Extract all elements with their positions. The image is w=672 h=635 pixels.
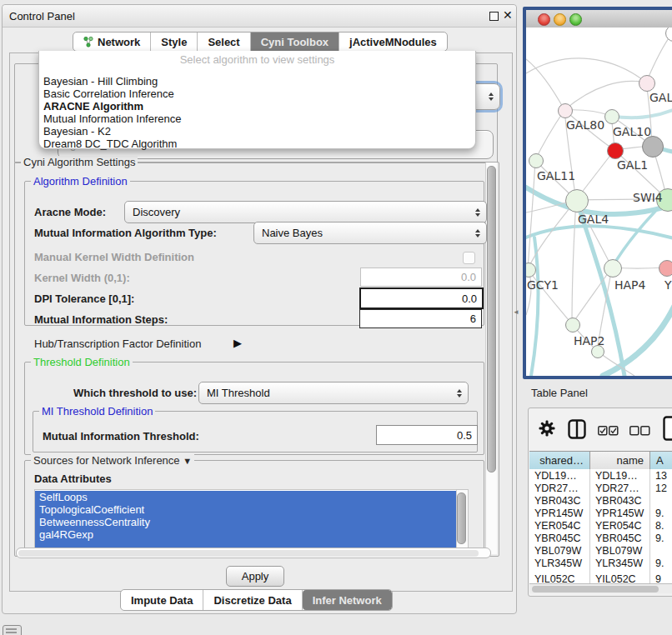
attribute-item-selected[interactable]: TopologicalCoefficient xyxy=(35,503,460,516)
cell-value: 9 xyxy=(650,573,661,583)
tab-impute-data[interactable]: Impute Data xyxy=(121,590,203,610)
cell-shared-name: YDR27… xyxy=(529,482,579,494)
expand-right-icon[interactable]: ▶ xyxy=(233,337,242,349)
table-hscrollbar-thumb[interactable] xyxy=(532,586,659,592)
tab-cyni-toolbox[interactable]: Cyni Toolbox xyxy=(251,32,339,51)
node-label: HAP2 xyxy=(574,334,604,348)
minimize-traffic-light[interactable] xyxy=(554,13,566,26)
new-table-document-icon[interactable] xyxy=(663,416,672,444)
tab-jactivemnodules[interactable]: jActiveMNodules xyxy=(339,32,447,51)
node-label: GAL xyxy=(649,91,672,104)
dropdown-item[interactable]: Mutual Information Inference xyxy=(43,112,181,125)
node-label: GAL11 xyxy=(537,169,575,182)
collapsed-panel-icon[interactable] xyxy=(3,625,22,635)
zoom-traffic-light[interactable] xyxy=(569,13,582,26)
mi-steps-input[interactable]: 6 xyxy=(359,309,482,328)
cell-shared-name: YIL052C xyxy=(529,573,575,583)
node-gal80[interactable] xyxy=(558,103,573,118)
cell-name: YPR145W xyxy=(590,508,644,519)
splitter-collapse-arrow[interactable]: ◄ xyxy=(513,308,519,316)
show-columns-icon[interactable] xyxy=(568,419,586,442)
node-gal10[interactable] xyxy=(604,109,619,124)
mi-threshold-input[interactable]: 0.5 xyxy=(376,425,478,445)
tab-style[interactable]: Style xyxy=(151,32,198,51)
node-gal11[interactable] xyxy=(529,153,544,168)
network-icon xyxy=(83,36,93,48)
dropdown-item[interactable]: Bayesian - Hill Climbing xyxy=(43,75,158,88)
node-gal1[interactable] xyxy=(607,142,624,159)
table-settings-gear-icon[interactable] xyxy=(539,420,555,440)
attributes-scrollbar-thumb[interactable] xyxy=(457,492,466,544)
screen: Control Panel ✕ Network Style xyxy=(0,0,672,635)
node-hap4[interactable] xyxy=(604,259,622,278)
deselect-all-checkboxes-icon[interactable] xyxy=(629,424,650,439)
node-label: Y xyxy=(664,278,672,292)
cell-shared-name: YDL19… xyxy=(529,470,577,482)
sources-title: Sources for Network Inference ▼ xyxy=(31,454,194,467)
aracne-mode-combo[interactable]: Discovery xyxy=(124,201,487,223)
combo-arrows-icon xyxy=(475,208,480,217)
attribute-item-selected[interactable]: BetweennessCentrality xyxy=(35,516,460,528)
mi-type-value: Naive Bayes xyxy=(262,227,323,239)
column-header-name[interactable]: name xyxy=(590,452,650,469)
attribute-item-selected[interactable]: SelfLoops xyxy=(35,491,460,503)
tab-select[interactable]: Select xyxy=(198,32,250,51)
settings-hscrollbar[interactable] xyxy=(16,548,491,558)
mi-threshold-value: 0.5 xyxy=(457,429,472,442)
network-canvas[interactable]: GAL GAL80 GAL10 GAL1 GAL11 GAL4 SWI4 GCY… xyxy=(526,28,672,376)
tab-style-label: Style xyxy=(161,36,187,48)
data-attributes-list[interactable]: SelfLoops TopologicalCoefficient Between… xyxy=(34,489,469,549)
table-hscrollbar[interactable] xyxy=(529,583,672,593)
combo-arrows-icon xyxy=(489,92,494,101)
table-header-row: shared… name A xyxy=(529,451,672,470)
threshold-definition-title: Threshold Definition xyxy=(31,356,133,368)
collapse-down-icon[interactable]: ▼ xyxy=(183,456,192,466)
dpi-tolerance-input[interactable]: 0.0 xyxy=(359,288,484,309)
close-traffic-light[interactable] xyxy=(538,13,550,26)
which-threshold-combo[interactable]: MI Threshold xyxy=(198,382,469,404)
tab-discretize-data[interactable]: Discretize Data xyxy=(203,590,302,610)
mi-type-combo[interactable]: Naive Bayes xyxy=(253,222,487,244)
cell-value: 9. xyxy=(650,508,664,519)
dropdown-item[interactable]: Bayesian - K2 xyxy=(43,125,111,138)
dropdown-item[interactable]: Basic Correlation Inference xyxy=(43,88,174,100)
hub-definition-label[interactable]: Hub/Transcription Factor Definition xyxy=(34,338,201,350)
node-hap2[interactable] xyxy=(565,318,580,332)
cell-name: YER054C xyxy=(590,520,642,532)
manual-kernel-label: Manual Kernel Width Definition xyxy=(34,251,194,263)
node-gray[interactable] xyxy=(642,136,664,158)
close-icon[interactable]: ✕ xyxy=(503,8,513,22)
cell-value: 9. xyxy=(650,532,664,544)
column-header-partial[interactable]: A xyxy=(650,452,672,469)
dropdown-item[interactable]: Dream8 DC_TDC Algorithm xyxy=(43,138,177,150)
attribute-item-selected[interactable]: gal4RGexp xyxy=(35,528,460,541)
node-gal-partial[interactable] xyxy=(639,75,655,92)
node-label: SWI4 xyxy=(633,191,663,204)
tab-infer-network[interactable]: Infer Network xyxy=(303,590,392,610)
cell-shared-name: YPR145W xyxy=(529,508,583,519)
kernel-width-input[interactable]: 0.0 xyxy=(360,268,482,287)
settings-hscrollbar-thumb[interactable] xyxy=(18,550,479,557)
dropdown-item-selected[interactable]: ARACNE Algorithm xyxy=(43,100,143,112)
settings-scrollbar-thumb[interactable] xyxy=(487,166,496,472)
manual-kernel-checkbox[interactable] xyxy=(463,252,475,264)
control-panel-window: Control Panel ✕ Network Style xyxy=(2,4,517,614)
tab-network[interactable]: Network xyxy=(73,32,151,51)
apply-button[interactable]: Apply xyxy=(226,566,284,587)
cell-value: 9. xyxy=(650,558,664,569)
column-header-label: A xyxy=(656,454,664,467)
column-header-shared-name[interactable]: shared… xyxy=(529,452,590,469)
network-view-window: GAL GAL80 GAL10 GAL1 GAL11 GAL4 SWI4 GCY… xyxy=(523,7,672,379)
node-label: GAL80 xyxy=(566,118,604,132)
mi-steps-label: Mutual Information Steps: xyxy=(34,313,168,326)
cell-name: YBR043C xyxy=(590,495,642,507)
algorithm-definition-title: Algorithm Definition xyxy=(31,175,130,188)
select-all-checkboxes-icon[interactable] xyxy=(598,424,619,439)
node-gal4[interactable] xyxy=(565,189,589,212)
dpi-tolerance-label: DPI Tolerance [0,1]: xyxy=(34,292,134,305)
tab-cyni-toolbox-label: Cyni Toolbox xyxy=(261,36,328,48)
node-salmon[interactable] xyxy=(659,260,672,277)
cell-name: YBR045C xyxy=(590,532,642,544)
node-label: GAL1 xyxy=(617,158,648,172)
float-panel-icon[interactable] xyxy=(489,12,499,21)
